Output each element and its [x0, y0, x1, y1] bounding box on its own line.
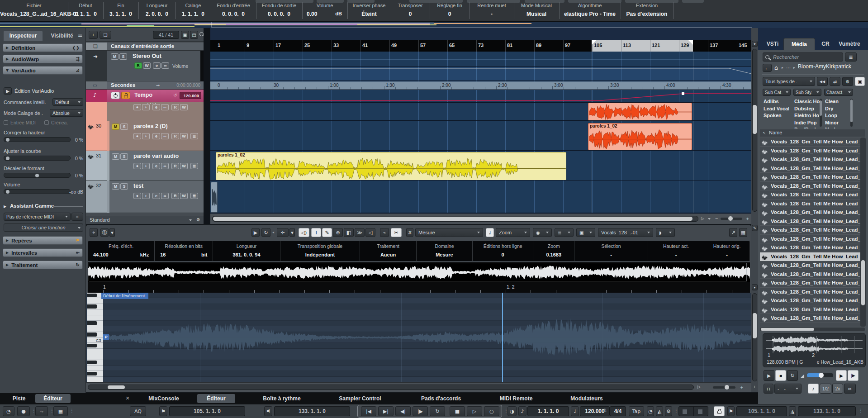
write-button[interactable]: W [143, 62, 151, 69]
scroll-right-arrow[interactable]: ▷ [697, 385, 701, 389]
scroll-thumb[interactable] [753, 105, 757, 134]
write-button[interactable]: W [180, 163, 188, 169]
right-locator-flag-icon[interactable]: ⚑ [264, 406, 272, 416]
audio-record-modes-dropdown[interactable]: ≈ [35, 406, 48, 416]
info-field-mode-musical[interactable]: Mode MusicalMusical [514, 0, 559, 21]
grid-button[interactable]: # [406, 228, 413, 237]
cycle-region[interactable] [592, 40, 693, 52]
black-key[interactable] [87, 321, 97, 325]
zone-tab-editeur[interactable]: Éditeur [35, 394, 71, 403]
record-modes-dropdown[interactable]: ● [17, 406, 30, 416]
record-enable-button[interactable]: ● [133, 193, 141, 199]
tab-media[interactable]: Média [783, 38, 815, 50]
editor-info-hauteur-act-[interactable]: Hauteur act.- [648, 241, 704, 261]
info-field-volume[interactable]: Volume0.00dB [302, 0, 347, 21]
scroll-thumb[interactable] [213, 217, 693, 221]
black-key[interactable] [87, 361, 97, 364]
section-audiowarp[interactable]: ▶AudioWarp⇶ [3, 55, 83, 63]
monitor-button[interactable]: ◗ [142, 163, 150, 169]
edit-button[interactable]: e [152, 104, 160, 110]
lanes-button[interactable]: ≣ [190, 163, 198, 169]
project-overview[interactable] [0, 22, 868, 28]
overview-view-window[interactable] [211, 22, 752, 28]
list-item[interactable]: Vocals_128_Gm_Tell Me How_Lead_ [760, 208, 865, 217]
ruler-track-row[interactable]: Secondes➞0:00:00.000 [107, 81, 204, 90]
attr-item[interactable]: Indie Pop [794, 120, 820, 125]
variaudio-edit-button[interactable]: ▶ [4, 87, 12, 95]
info-field-calage[interactable]: Calage1. 1. 1. 0 [175, 0, 211, 21]
arrangement-area[interactable]: 1917253341495765738189971051131211291371… [210, 28, 751, 224]
info-field-fin[interactable]: Fin3. 1. 1. 0 [103, 0, 138, 21]
lyrics-dropdown[interactable]: ◗ [656, 228, 675, 237]
solo-button[interactable]: S [120, 124, 128, 130]
slider-knob[interactable] [6, 138, 9, 142]
choose-function-dropdown[interactable]: Choisir une fonction [4, 223, 83, 232]
midi-input-checkbox[interactable] [4, 120, 8, 125]
key-transpose-dropdown[interactable]: - - [774, 384, 802, 394]
lower-tab-modulateurs[interactable]: Modulateurs [564, 394, 610, 403]
cycle-button[interactable]: ↻ [430, 406, 445, 416]
edit-button[interactable]: e [152, 193, 160, 199]
editor-info-zoom[interactable]: Zoom0.1683 [533, 241, 574, 261]
lower-tab-midi-remote[interactable]: MIDI Remote [494, 394, 538, 403]
list-item[interactable]: Vocals_128_Gm_Tell Me How_Lead_ [760, 173, 865, 182]
left-locator-flag-icon[interactable]: ⚑ [159, 406, 167, 416]
zoom-out-icon[interactable]: − [707, 384, 709, 390]
play-from-selection-button[interactable]: |▶ [848, 370, 859, 381]
list-item[interactable]: Vocals_128_Gm_Tell Me How_Lead_ [760, 147, 865, 156]
midi-record-modes-dropdown[interactable]: ▦ [53, 406, 68, 416]
tool-options-dropdown[interactable]: ▾ [289, 228, 295, 237]
preview-volume-knob[interactable] [819, 373, 824, 378]
name-column-header[interactable]: ↖Name [760, 129, 865, 137]
mini-scroll-thumb[interactable] [850, 100, 853, 122]
attr-item[interactable]: Clean [825, 99, 850, 104]
grid-type-dropdown[interactable]: Mesure [415, 228, 483, 237]
read-button[interactable]: R [171, 104, 179, 110]
copy-options-dropdown[interactable]: ▣ [576, 228, 595, 237]
playhead[interactable] [502, 293, 503, 382]
list-item[interactable]: Vocals_128_Gm_Tell Me How_Lead_ [760, 217, 865, 226]
editor-info-r-solution-en-bits[interactable]: Résolution en bits16bit [155, 241, 213, 261]
precount-button[interactable]: ◭ [656, 406, 663, 416]
metronome-button[interactable]: ◔ [647, 406, 654, 416]
draw-tool[interactable]: ✎ [322, 228, 332, 237]
midi-ref-settings-button[interactable]: ≡ [71, 213, 83, 221]
preview-play-button[interactable]: ▶ [764, 370, 774, 381]
tempo-active-button[interactable] [111, 92, 120, 99]
param-dropdown[interactable]: Absolue [50, 109, 83, 117]
pitch-badge[interactable]: P [103, 334, 109, 340]
zoom-slider-knob[interactable] [728, 216, 733, 221]
tab-vsti[interactable]: VSTi [764, 38, 781, 50]
list-item[interactable]: Vocals_128_Gm_Tell Me How_Lead_ [760, 155, 865, 164]
punch-out-flag-icon[interactable]: ◮ [789, 406, 796, 416]
right-locator-marker[interactable] [688, 40, 693, 45]
scroll-right-arrow[interactable]: ▷ [701, 216, 704, 221]
play-tool[interactable]: ≫ [355, 228, 365, 237]
attr-item[interactable]: Classic Hou [794, 99, 820, 104]
scroll-thumb[interactable] [753, 313, 757, 338]
midi-reference-dropdown[interactable]: Pas de référence MIDI [4, 213, 71, 221]
mute-button[interactable]: M [111, 53, 119, 60]
list-item[interactable]: Vocals_128_Gm_Tell Me How_Lead_ [760, 270, 865, 279]
lanes-button[interactable]: ≣ [190, 133, 198, 139]
breadcrumb-location[interactable]: Bloom-AmyKirkpatrick [798, 63, 851, 70]
zoom-preset-icon[interactable] [708, 218, 711, 220]
list-hscroll-thumb[interactable] [761, 328, 814, 331]
info-field-inverser-phase[interactable]: Inverser phaseÉteint [347, 0, 391, 21]
info-field-fondu-de-sortie[interactable]: Fondu de sortie0. 0. 0. 0 [256, 0, 302, 21]
vertical-scroll-strip[interactable]: ▼✎▼＋ [751, 28, 758, 392]
search-input[interactable]: Rechercher [763, 52, 843, 62]
shuffle-button[interactable]: ⇄ [830, 77, 840, 86]
black-key[interactable] [87, 304, 97, 308]
editor-ruler[interactable]: 11. 2 [88, 282, 750, 293]
half-tempo-button[interactable]: 1/2 [820, 384, 831, 394]
stereo-out-icon-cell[interactable]: ➜ [86, 51, 107, 81]
editor-info-transposition-globale[interactable]: Transposition globaleIndépendant [280, 241, 360, 261]
section-traitement[interactable]: ▶Traitement↻ [3, 261, 83, 269]
attr-item[interactable]: Elektro Ho [794, 113, 820, 118]
attr-item[interactable]: Dubstep [794, 106, 820, 111]
punch-in-field[interactable]: 105. 1. 1. 0 [736, 406, 787, 416]
read-button[interactable]: R [171, 163, 179, 169]
zone-tab-piste[interactable]: Piste [6, 394, 32, 403]
list-item[interactable]: Vocals_128_Gm_Tell Me How_Lead_ [760, 138, 865, 147]
